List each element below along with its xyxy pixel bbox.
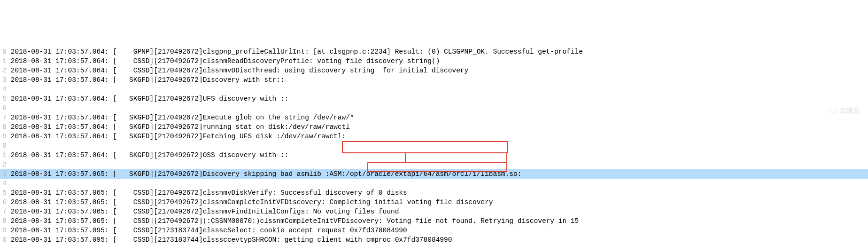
line-number: 1	[0, 56, 7, 66]
log-text: 2018-08-31 17:03:57.064: [ SKGFD][217049…	[7, 76, 285, 84]
log-text: 2018-08-31 17:03:57.064: [ GPNP][2170492…	[7, 48, 583, 55]
log-line: 4	[0, 85, 868, 94]
line-number: 3	[0, 75, 7, 85]
log-line: 0 2018-08-31 17:03:57.095: [ CSSD][21731…	[0, 235, 868, 245]
line-number: 1	[0, 150, 7, 160]
line-number: 9	[0, 132, 7, 141]
line-number: 8	[0, 122, 7, 132]
line-number: 7	[0, 207, 7, 216]
log-line: 2 2018-08-31 17:03:57.064: [ CSSD][21704…	[0, 66, 868, 75]
log-text: 2018-08-31 17:03:57.065: [ CSSD][2170492…	[7, 198, 493, 206]
log-line: 0 2018-08-31 17:03:57.064: [ GPNP][21704…	[0, 47, 868, 56]
log-text: 2018-08-31 17:03:57.064: [ SKGFD][217049…	[7, 123, 350, 131]
line-number: 7	[0, 113, 7, 122]
log-text: 2018-08-31 17:03:57.064: [ CSSD][2170492…	[7, 57, 440, 65]
log-text	[7, 86, 11, 93]
log-line: 7 2018-08-31 17:03:57.064: [ SKGFD][2170…	[0, 113, 868, 122]
log-text: 2018-08-31 17:03:57.095: [ CSSD][2173183…	[7, 227, 407, 234]
log-text: 2018-08-31 17:03:57.064: [ SKGFD][217049…	[7, 114, 354, 121]
log-text: 2018-08-31 17:03:57.095: [ CSSD][2173183…	[7, 236, 452, 244]
log-text	[7, 142, 11, 150]
line-number: 9	[0, 226, 7, 235]
log-line: 1 2018-08-31 17:03:57.064: [ CSSD][21704…	[0, 56, 868, 66]
line-number: 0	[0, 141, 7, 150]
log-line: 3 2018-08-31 17:03:57.065: [ SKGFD][2170…	[0, 169, 868, 179]
log-text: 2018-08-31 17:03:57.064: [ SKGFD][217049…	[7, 151, 288, 159]
line-number: 2	[0, 66, 7, 75]
log-line: 3 2018-08-31 17:03:57.064: [ SKGFD][2170…	[0, 75, 868, 85]
line-number: 0	[0, 47, 7, 56]
log-text: 2018-08-31 17:03:57.064: [ SKGFD][217049…	[7, 133, 346, 140]
log-line: 0	[0, 141, 868, 150]
log-text: 2018-08-31 17:03:57.065: [ CSSD][2170492…	[7, 208, 399, 215]
line-number: 5	[0, 94, 7, 103]
log-line: 8 2018-08-31 17:03:57.064: [ SKGFD][2170…	[0, 122, 868, 132]
line-number: 6	[0, 103, 7, 113]
line-number: 4	[0, 85, 7, 94]
log-text	[7, 180, 11, 187]
log-line: 4	[0, 179, 868, 188]
line-number: 0	[0, 235, 7, 245]
log-viewer: 0 2018-08-31 17:03:57.064: [ GPNP][21704…	[0, 47, 868, 245]
log-text: 2018-08-31 17:03:57.064: [ CSSD][2170492…	[7, 67, 468, 74]
log-line: 6 2018-08-31 17:03:57.065: [ CSSD][21704…	[0, 198, 868, 207]
log-text	[7, 161, 11, 168]
log-line: 7 2018-08-31 17:03:57.065: [ CSSD][21704…	[0, 207, 868, 216]
log-line: 8 2018-08-31 17:03:57.065: [ CSSD][21704…	[0, 216, 868, 226]
line-number: 2	[0, 160, 7, 169]
line-number: 6	[0, 198, 7, 207]
line-number: 4	[0, 179, 7, 188]
log-text: 2018-08-31 17:03:57.065: [ CSSD][2170492…	[7, 189, 407, 197]
log-text: 2018-08-31 17:03:57.065: [ CSSD][2170492…	[7, 217, 579, 225]
log-line: 2	[0, 160, 868, 169]
log-line: 9 2018-08-31 17:03:57.064: [ SKGFD][2170…	[0, 132, 868, 141]
log-text	[7, 104, 11, 112]
log-text: 2018-08-31 17:03:57.065: [ SKGFD][217049…	[7, 170, 521, 178]
log-line: 5 2018-08-31 17:03:57.065: [ CSSD][21704…	[0, 188, 868, 198]
log-line: 5 2018-08-31 17:03:57.064: [ SKGFD][2170…	[0, 94, 868, 103]
line-number: 3	[0, 169, 7, 179]
log-text: 2018-08-31 17:03:57.064: [ SKGFD][217049…	[7, 95, 288, 103]
log-line: 9 2018-08-31 17:03:57.095: [ CSSD][21731…	[0, 226, 868, 235]
log-line: 1 2018-08-31 17:03:57.064: [ SKGFD][2170…	[0, 150, 868, 160]
line-number: 8	[0, 216, 7, 226]
line-number: 5	[0, 188, 7, 198]
log-line: 6	[0, 103, 868, 113]
